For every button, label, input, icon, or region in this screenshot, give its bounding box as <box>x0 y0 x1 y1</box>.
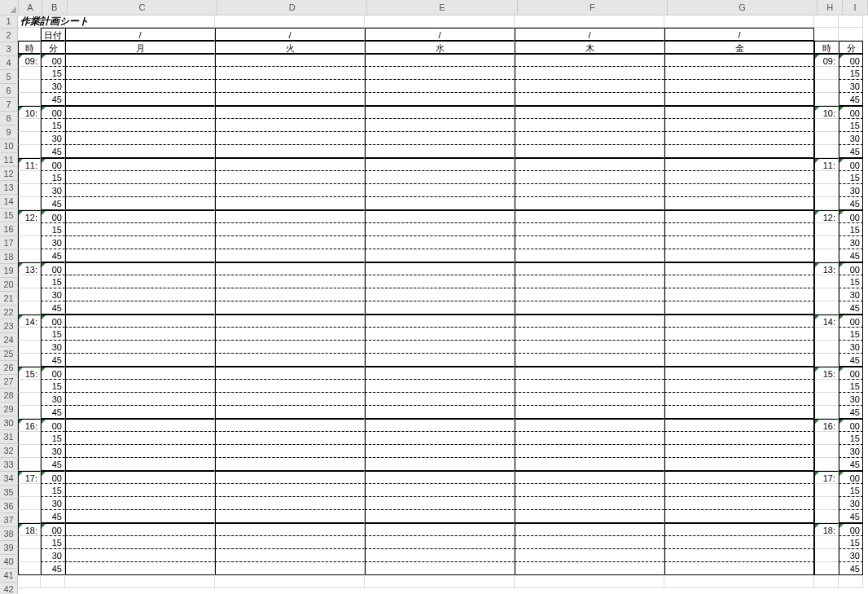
schedule-cell[interactable] <box>515 419 664 432</box>
schedule-cell[interactable] <box>215 497 365 510</box>
hour-cell-left[interactable] <box>18 119 41 132</box>
minute-cell-left[interactable]: 15 <box>41 67 65 80</box>
cell[interactable] <box>814 28 839 41</box>
schedule-cell[interactable] <box>664 93 814 106</box>
minute-cell-left[interactable]: 45 <box>41 458 65 471</box>
schedule-cell[interactable] <box>664 184 814 197</box>
schedule-cell[interactable] <box>215 93 365 106</box>
minute-cell-left[interactable]: 15 <box>41 328 65 341</box>
schedule-cell[interactable] <box>215 510 365 523</box>
minute-cell-left[interactable]: 15 <box>41 171 65 184</box>
schedule-cell[interactable] <box>515 471 664 484</box>
schedule-cell[interactable] <box>215 315 365 328</box>
minute-cell-right[interactable]: 00 <box>839 158 863 171</box>
minute-label-left[interactable]: 分 <box>41 41 65 54</box>
schedule-cell[interactable] <box>664 536 814 549</box>
schedule-cell[interactable] <box>664 106 814 119</box>
schedule-cell[interactable] <box>515 367 664 380</box>
schedule-cell[interactable] <box>515 171 664 184</box>
minute-cell-right[interactable]: 15 <box>839 171 863 184</box>
schedule-cell[interactable] <box>65 145 215 158</box>
schedule-cell[interactable] <box>515 536 664 549</box>
col-header-E[interactable]: E <box>367 0 517 15</box>
hour-cell-left[interactable] <box>18 288 41 301</box>
date-value[interactable]: / <box>664 28 814 41</box>
minute-cell-right[interactable]: 00 <box>839 262 863 275</box>
schedule-cell[interactable] <box>65 367 215 380</box>
hour-cell-left[interactable] <box>18 354 41 367</box>
col-header-A[interactable]: A <box>19 0 42 15</box>
hour-cell-left[interactable]: 17: <box>18 471 41 484</box>
schedule-cell[interactable] <box>664 275 814 288</box>
schedule-cell[interactable] <box>515 315 664 328</box>
schedule-cell[interactable] <box>365 445 515 458</box>
schedule-cell[interactable] <box>664 471 814 484</box>
row-header-27[interactable]: 27 <box>0 375 18 389</box>
schedule-cell[interactable] <box>664 445 814 458</box>
hour-cell-right[interactable] <box>814 171 839 184</box>
cell[interactable] <box>839 15 863 28</box>
row-header-33[interactable]: 33 <box>0 458 18 472</box>
hour-cell-left[interactable] <box>18 445 41 458</box>
schedule-cell[interactable] <box>664 80 814 93</box>
row-header-30[interactable]: 30 <box>0 416 18 430</box>
cell[interactable] <box>365 575 515 588</box>
minute-cell-left[interactable]: 45 <box>41 562 65 575</box>
minute-cell-right[interactable]: 00 <box>839 367 863 380</box>
minute-cell-right[interactable]: 00 <box>839 210 863 223</box>
hour-cell-left[interactable] <box>18 275 41 288</box>
schedule-cell[interactable] <box>515 236 664 249</box>
minute-cell-left[interactable]: 15 <box>41 119 65 132</box>
minute-cell-left[interactable]: 15 <box>41 380 65 393</box>
minute-cell-right[interactable]: 30 <box>839 80 863 93</box>
minute-cell-right[interactable]: 30 <box>839 184 863 197</box>
row-header-15[interactable]: 15 <box>0 209 18 222</box>
hour-cell-left[interactable] <box>18 328 41 341</box>
schedule-cell[interactable] <box>215 223 365 236</box>
hour-cell-right[interactable]: 14: <box>814 315 839 328</box>
schedule-cell[interactable] <box>365 536 515 549</box>
minute-cell-left[interactable]: 30 <box>41 236 65 249</box>
schedule-cell[interactable] <box>515 145 664 158</box>
schedule-cell[interactable] <box>515 354 664 367</box>
schedule-cell[interactable] <box>215 67 365 80</box>
row-header-3[interactable]: 3 <box>0 42 18 56</box>
hour-cell-right[interactable] <box>814 549 839 562</box>
minute-cell-left[interactable]: 00 <box>41 367 65 380</box>
hour-cell-right[interactable] <box>814 288 839 301</box>
hour-cell-left[interactable]: 18: <box>18 523 41 536</box>
minute-cell-left[interactable]: 00 <box>41 419 65 432</box>
schedule-cell[interactable] <box>215 432 365 445</box>
col-header-B[interactable]: B <box>42 0 68 15</box>
hour-cell-left[interactable]: 16: <box>18 419 41 432</box>
hour-label-left[interactable]: 時 <box>18 41 41 54</box>
minute-cell-right[interactable]: 30 <box>839 341 863 354</box>
schedule-cell[interactable] <box>515 223 664 236</box>
hour-label-right[interactable]: 時 <box>814 41 839 54</box>
schedule-cell[interactable] <box>65 549 215 562</box>
schedule-cell[interactable] <box>664 249 814 262</box>
schedule-cell[interactable] <box>515 445 664 458</box>
row-header-37[interactable]: 37 <box>0 513 18 527</box>
schedule-cell[interactable] <box>515 301 664 315</box>
hour-cell-right[interactable] <box>814 93 839 106</box>
minute-cell-left[interactable]: 45 <box>41 197 65 210</box>
schedule-cell[interactable] <box>365 262 515 275</box>
hour-cell-left[interactable] <box>18 562 41 575</box>
schedule-cell[interactable] <box>515 210 664 223</box>
minute-cell-left[interactable]: 15 <box>41 223 65 236</box>
minute-cell-right[interactable]: 15 <box>839 223 863 236</box>
schedule-cell[interactable] <box>365 223 515 236</box>
hour-cell-right[interactable] <box>814 132 839 145</box>
row-header-38[interactable]: 38 <box>0 527 18 541</box>
schedule-cell[interactable] <box>664 119 814 132</box>
schedule-cell[interactable] <box>365 328 515 341</box>
schedule-cell[interactable] <box>215 367 365 380</box>
hour-cell-right[interactable] <box>814 562 839 575</box>
minute-cell-left[interactable]: 45 <box>41 510 65 523</box>
hour-cell-left[interactable]: 09: <box>18 54 41 67</box>
schedule-cell[interactable] <box>65 406 215 419</box>
schedule-cell[interactable] <box>664 510 814 523</box>
schedule-cell[interactable] <box>65 315 215 328</box>
minute-cell-right[interactable]: 15 <box>839 119 863 132</box>
